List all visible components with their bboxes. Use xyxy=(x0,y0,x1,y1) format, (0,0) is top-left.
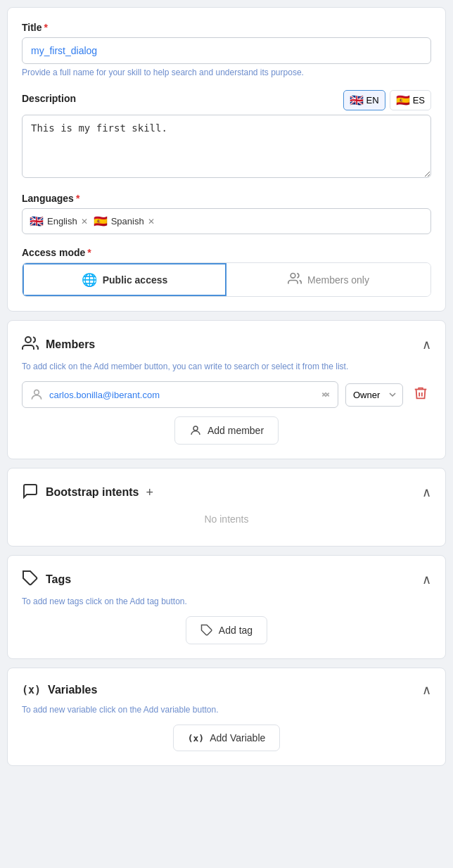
bootstrap-intents-header: Bootstrap intents + ∧ xyxy=(22,483,431,502)
bootstrap-intents-collapse-button[interactable]: ∧ xyxy=(422,485,431,500)
title-label-text: Title xyxy=(22,22,42,33)
lang-es-button[interactable]: 🇪🇸 ES xyxy=(390,90,431,110)
svg-point-2 xyxy=(34,390,39,395)
add-variable-label: Add Variable xyxy=(210,732,265,743)
bootstrap-intents-title: Bootstrap intents + xyxy=(22,483,153,502)
languages-label: Languages * xyxy=(22,193,431,204)
variables-section-header: (x) Variables ∧ xyxy=(22,682,431,698)
tags-icon xyxy=(22,570,39,589)
no-intents-text: No intents xyxy=(22,509,431,532)
svg-point-0 xyxy=(291,274,295,279)
bootstrap-intents-section: Bootstrap intents + ∧ No intents xyxy=(7,468,446,547)
variables-title: (x) Variables xyxy=(22,684,97,696)
add-variable-icon: (x) xyxy=(188,733,204,743)
variables-section: (x) Variables ∧ To add new variable clic… xyxy=(7,668,446,766)
description-label: Description xyxy=(22,93,76,104)
title-required-star: * xyxy=(44,22,48,33)
members-title-text: Members xyxy=(46,338,95,351)
member-email-value: carlos.bonilla@iberant.com xyxy=(49,390,315,400)
member-delete-button[interactable] xyxy=(410,383,431,407)
add-tag-button[interactable]: Add tag xyxy=(186,616,267,644)
tags-section-header: Tags ∧ xyxy=(22,570,431,589)
member-row: carlos.bonilla@iberant.com Owner Admin E… xyxy=(22,381,431,408)
tags-title-text: Tags xyxy=(46,573,71,586)
title-label: Title * xyxy=(22,22,431,33)
spanish-remove-button[interactable]: ✕ xyxy=(148,217,155,226)
language-toggle: 🇬🇧 EN 🇪🇸 ES xyxy=(343,90,431,110)
bootstrap-intents-title-text: Bootstrap intents xyxy=(46,486,139,499)
member-person-icon xyxy=(30,388,44,402)
spanish-tag-label: Spanish xyxy=(111,216,144,226)
add-tag-label: Add tag xyxy=(219,625,253,636)
english-flag: 🇬🇧 xyxy=(30,215,44,228)
add-variable-button[interactable]: (x) Add Variable xyxy=(173,725,281,751)
languages-label-text: Languages xyxy=(22,193,74,204)
languages-container: 🇬🇧 English ✕ 🇪🇸 Spanish ✕ xyxy=(22,208,431,234)
bootstrap-intents-icon xyxy=(22,483,39,502)
english-remove-button[interactable]: ✕ xyxy=(81,217,88,226)
svg-point-1 xyxy=(25,337,31,343)
member-email-chevron xyxy=(321,390,331,400)
es-label: ES xyxy=(413,95,425,106)
access-mode-label: Access mode * xyxy=(22,247,431,258)
language-tag-spanish: 🇪🇸 Spanish ✕ xyxy=(94,215,155,228)
en-flag: 🇬🇧 xyxy=(350,94,364,107)
members-only-label: Members only xyxy=(307,274,369,286)
members-icon xyxy=(288,272,302,288)
add-tag-icon xyxy=(200,624,213,637)
title-input[interactable] xyxy=(22,37,431,64)
add-intent-button[interactable]: + xyxy=(146,485,153,500)
description-input[interactable]: This is my first skill. xyxy=(22,115,431,178)
add-member-icon xyxy=(189,424,202,437)
languages-required-star: * xyxy=(76,193,79,204)
access-mode-label-text: Access mode xyxy=(22,247,85,258)
description-row: Description 🇬🇧 EN 🇪🇸 ES xyxy=(22,90,431,110)
description-label-text: Description xyxy=(22,93,76,104)
english-tag-label: English xyxy=(47,216,77,226)
member-email-field[interactable]: carlos.bonilla@iberant.com xyxy=(22,381,338,408)
public-access-button[interactable]: 🌐 Public access xyxy=(23,263,226,296)
access-mode-required-star: * xyxy=(87,247,91,258)
member-role-select[interactable]: Owner Admin Editor Viewer xyxy=(345,383,403,407)
members-section-header: Members ∧ xyxy=(22,335,431,355)
access-mode-toggle: 🌐 Public access Members only xyxy=(22,262,431,297)
variables-icon: (x) xyxy=(22,684,41,696)
members-title: Members xyxy=(22,335,95,355)
access-mode-section: Access mode * 🌐 Public access Members on… xyxy=(22,247,431,297)
globe-icon: 🌐 xyxy=(82,272,97,288)
members-hint: To add click on the Add member button, y… xyxy=(22,362,431,371)
add-member-label: Add member xyxy=(208,425,264,436)
variables-title-text: Variables xyxy=(48,684,97,696)
lang-en-button[interactable]: 🇬🇧 EN xyxy=(343,90,385,110)
es-flag: 🇪🇸 xyxy=(396,94,410,107)
title-section: Title * Provide a full name for your ski… xyxy=(7,7,446,312)
members-only-button[interactable]: Members only xyxy=(226,263,430,296)
variables-hint: To add new variable click on the Add var… xyxy=(22,705,431,715)
en-label: EN xyxy=(366,95,379,106)
language-tag-english: 🇬🇧 English ✕ xyxy=(30,215,88,228)
members-icon-svg xyxy=(22,335,39,355)
members-section: Members ∧ To add click on the Add member… xyxy=(7,320,446,459)
title-hint: Provide a full name for your skill to he… xyxy=(22,68,431,77)
variables-collapse-button[interactable]: ∧ xyxy=(422,682,431,698)
spanish-flag: 🇪🇸 xyxy=(94,215,108,228)
members-collapse-button[interactable]: ∧ xyxy=(422,337,431,352)
add-member-button[interactable]: Add member xyxy=(174,416,279,445)
tags-collapse-button[interactable]: ∧ xyxy=(422,572,431,587)
tags-hint: To add new tags click on the Add tag but… xyxy=(22,596,431,606)
tags-section: Tags ∧ To add new tags click on the Add … xyxy=(7,555,446,659)
tags-title: Tags xyxy=(22,570,71,589)
languages-section: Languages * 🇬🇧 English ✕ 🇪🇸 Spanish ✕ xyxy=(22,193,431,234)
svg-point-3 xyxy=(193,426,198,430)
public-access-label: Public access xyxy=(103,274,168,286)
